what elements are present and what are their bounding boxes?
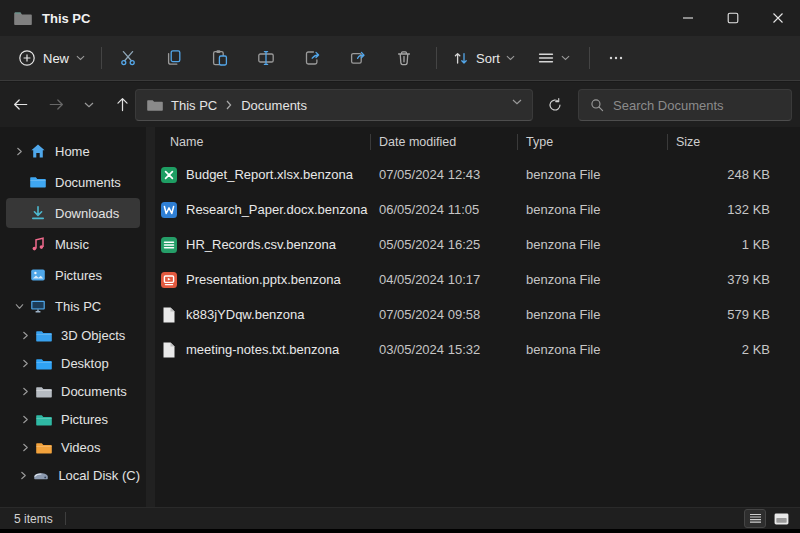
details-view-icon [749, 513, 762, 524]
sidebar-item[interactable]: Local Disk (C) [6, 462, 140, 489]
more-options-button[interactable] [596, 41, 636, 75]
delete-button[interactable] [384, 41, 424, 75]
window-bottom-edge [0, 529, 800, 533]
sidebar-item-icon [36, 440, 52, 456]
refresh-icon [547, 97, 563, 113]
up-button[interactable] [106, 89, 138, 121]
search-input[interactable] [613, 98, 791, 113]
thumbnails-view-icon [774, 513, 789, 525]
expand-chevron-icon[interactable] [10, 240, 28, 249]
address-dropdown-icon[interactable] [512, 99, 522, 105]
file-size: 379 KB [667, 272, 800, 287]
paste-button[interactable] [200, 41, 240, 75]
file-row[interactable]: Presentation.pptx.benzona 04/05/2024 10:… [155, 262, 800, 297]
sidebar-item[interactable]: 3D Objects [6, 322, 140, 349]
sidebar-item[interactable]: Videos [6, 434, 140, 461]
back-button[interactable] [4, 89, 36, 121]
trash-icon [395, 49, 413, 67]
file-size: 248 KB [667, 167, 800, 182]
shortcut-button[interactable] [338, 41, 378, 75]
file-row[interactable]: meeting-notes.txt.benzona 03/05/2024 15:… [155, 332, 800, 367]
sidebar-item-label: Downloads [55, 206, 119, 221]
search-box [578, 89, 792, 121]
file-row[interactable]: HR_Records.csv.benzona 05/05/2024 16:25 … [155, 227, 800, 262]
sidebar-item-icon [36, 328, 52, 344]
sidebar-item[interactable]: Downloads [6, 198, 140, 228]
file-name: k883jYDqw.benzona [186, 307, 305, 322]
sidebar-item[interactable]: Documents [6, 167, 140, 197]
file-date-modified: 05/05/2024 16:25 [370, 237, 517, 252]
file-type-icon [160, 271, 178, 289]
file-date-modified: 04/05/2024 10:17 [370, 272, 517, 287]
expand-chevron-icon[interactable] [10, 271, 28, 280]
maximize-button[interactable] [710, 0, 755, 36]
file-name: meeting-notes.txt.benzona [186, 342, 339, 357]
file-date-modified: 06/05/2024 11:05 [370, 202, 517, 217]
column-header-size[interactable]: Size [667, 127, 800, 157]
minimize-button[interactable] [665, 0, 710, 36]
titlebar: This PC [0, 0, 800, 36]
sidebar-scrollbar[interactable] [146, 127, 155, 507]
thumbnails-view-button[interactable] [770, 509, 792, 528]
sidebar-item-label: This PC [55, 299, 101, 314]
cut-button[interactable] [108, 41, 148, 75]
sidebar-item[interactable]: Desktop [6, 350, 140, 377]
sidebar-item[interactable]: Pictures [6, 260, 140, 290]
column-header-type[interactable]: Type [517, 127, 667, 157]
sidebar-item[interactable]: Music [6, 229, 140, 259]
file-name: Presentation.pptx.benzona [186, 272, 341, 287]
column-header-name[interactable]: Name [155, 127, 370, 157]
sidebar-item[interactable]: Documents [6, 378, 140, 405]
share-icon [303, 49, 321, 67]
expand-chevron-icon[interactable] [16, 331, 34, 340]
toolbar-separator [589, 47, 590, 69]
expand-chevron-icon[interactable] [10, 209, 28, 218]
expand-chevron-icon[interactable] [16, 415, 34, 424]
refresh-button[interactable] [540, 90, 570, 120]
search-icon [590, 98, 604, 112]
sidebar-item-label: 3D Objects [61, 328, 125, 343]
address-bar[interactable]: This PC Documents [135, 89, 533, 121]
forward-button[interactable] [40, 89, 72, 121]
column-header-date-modified[interactable]: Date modified [370, 127, 517, 157]
sidebar-item-label: Music [55, 237, 89, 252]
sidebar-item-label: Home [55, 144, 90, 159]
expand-chevron-icon[interactable] [16, 471, 31, 480]
expand-chevron-icon[interactable] [10, 147, 28, 156]
expand-chevron-icon[interactable] [16, 443, 34, 452]
file-row[interactable]: Research_Paper.docx.benzona 06/05/2024 1… [155, 192, 800, 227]
copy-button[interactable] [154, 41, 194, 75]
share-button[interactable] [292, 41, 332, 75]
file-size: 1 KB [667, 237, 800, 252]
details-view-button[interactable] [744, 509, 766, 528]
expand-chevron-icon[interactable] [10, 302, 28, 311]
new-button[interactable]: New [8, 42, 95, 74]
cut-icon [119, 49, 137, 67]
breadcrumb-this-pc[interactable]: This PC [167, 95, 221, 116]
file-type-icon [160, 201, 178, 219]
sidebar-item-icon [30, 267, 46, 283]
sidebar-item-label: Local Disk (C) [58, 468, 140, 483]
sidebar-item[interactable]: Home [6, 136, 140, 166]
item-count: 5 items [14, 512, 53, 526]
shortcut-icon [349, 49, 367, 67]
window-controls [665, 0, 800, 36]
history-dropdown-button[interactable] [76, 89, 102, 121]
sort-button[interactable]: Sort [443, 41, 524, 75]
expand-chevron-icon[interactable] [16, 359, 34, 368]
expand-chevron-icon[interactable] [16, 387, 34, 396]
sidebar-item[interactable]: Pictures [6, 406, 140, 433]
breadcrumb-documents[interactable]: Documents [237, 95, 311, 116]
rename-button[interactable] [246, 41, 286, 75]
navigation-bar: This PC Documents [0, 82, 800, 127]
file-row[interactable]: k883jYDqw.benzona 07/05/2024 09:58 benzo… [155, 297, 800, 332]
file-name: Research_Paper.docx.benzona [186, 202, 367, 217]
sidebar-item-icon [36, 384, 52, 400]
expand-chevron-icon[interactable] [10, 178, 28, 187]
file-row[interactable]: Budget_Report.xlsx.benzona 07/05/2024 12… [155, 157, 800, 192]
close-button[interactable] [755, 0, 800, 36]
view-button[interactable] [528, 41, 579, 75]
sidebar-item-label: Desktop [61, 356, 109, 371]
file-type: benzona File [517, 342, 667, 357]
sidebar-item[interactable]: This PC [6, 291, 140, 321]
